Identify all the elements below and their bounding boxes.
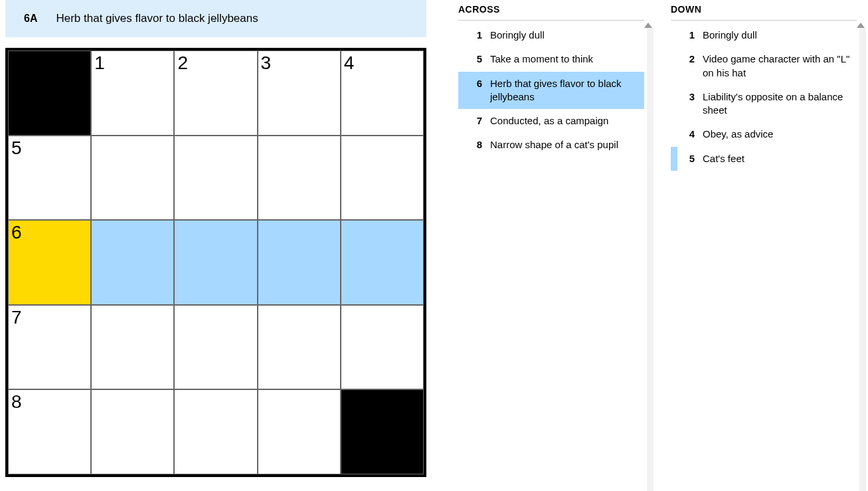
clue-text: Cat's feet (703, 152, 853, 165)
clue-text: Liability's opposite on a balance sheet (703, 90, 853, 118)
clue-number: 6 (465, 77, 482, 104)
clue-number: 1 (677, 29, 695, 42)
clue-number: 5 (677, 152, 695, 165)
clue-number: 8 (465, 138, 482, 151)
cell-number: 1 (94, 52, 105, 74)
scrollbar-track[interactable] (859, 28, 866, 491)
clue-item[interactable]: 1Boringly dull (458, 23, 644, 47)
clue-text: Boringly dull (703, 29, 853, 42)
grid-cell[interactable] (341, 305, 424, 390)
across-column: ACROSS 1Boringly dull5Take a moment to t… (458, 4, 644, 477)
grid-cell[interactable]: 1 (91, 50, 174, 136)
clue-item[interactable]: 7Conducted, as a campaign (458, 109, 644, 133)
clue-text: Narrow shape of a cat's pupil (490, 138, 640, 151)
clue-text: Obey, as advice (703, 128, 853, 141)
scrollbar-track[interactable] (647, 28, 653, 491)
crossword-grid[interactable]: 12345678 (5, 48, 426, 477)
clue-number: 1 (465, 29, 482, 42)
clue-text: Video game character with an "L" on his … (703, 52, 853, 80)
grid-cell[interactable] (91, 389, 174, 474)
grid-cell[interactable] (341, 220, 424, 305)
clue-number: 4 (677, 128, 695, 141)
grid-cell[interactable]: 2 (174, 50, 257, 136)
current-clue-bar: 6A Herb that gives flavor to black jelly… (5, 0, 426, 37)
clue-item[interactable]: 5Take a moment to think (458, 47, 644, 71)
across-clue-list: 1Boringly dull5Take a moment to think6He… (458, 23, 644, 157)
across-header: ACROSS (458, 4, 644, 21)
grid-cell[interactable] (258, 305, 341, 390)
grid-cell[interactable]: 5 (8, 136, 91, 221)
grid-cell[interactable]: 6 (8, 220, 91, 305)
cell-number: 4 (344, 52, 355, 74)
scroll-up-icon[interactable] (857, 23, 865, 28)
cell-number: 5 (11, 138, 22, 159)
grid-cell[interactable] (91, 220, 174, 305)
clue-number: 3 (677, 90, 695, 118)
down-header: DOWN (671, 4, 857, 21)
grid-cell[interactable] (91, 136, 174, 221)
clue-item[interactable]: 4Obey, as advice (671, 122, 857, 146)
current-clue-label: 6A (24, 13, 37, 25)
scroll-up-icon[interactable] (644, 23, 652, 28)
grid-cell[interactable] (174, 305, 257, 390)
grid-cell[interactable] (91, 305, 174, 390)
cell-number: 2 (177, 52, 188, 74)
clue-item[interactable]: 8Narrow shape of a cat's pupil (458, 133, 644, 157)
clue-number: 5 (465, 52, 482, 66)
grid-cell[interactable]: 4 (341, 50, 424, 136)
grid-cell[interactable] (174, 220, 257, 305)
clue-text: Herb that gives flavor to black jellybea… (490, 77, 640, 104)
clue-item[interactable]: 5Cat's feet (671, 147, 857, 171)
grid-cell[interactable]: 8 (8, 389, 91, 474)
clue-text: Boringly dull (490, 29, 640, 42)
clue-item[interactable]: 1Boringly dull (671, 23, 857, 47)
current-clue-text: Herb that gives flavor to black jellybea… (56, 12, 258, 25)
grid-cell[interactable]: 3 (258, 50, 341, 136)
grid-cell (341, 389, 424, 474)
down-clue-list: 1Boringly dull2Video game character with… (671, 23, 857, 171)
grid-cell (8, 50, 91, 136)
grid-cell[interactable] (258, 136, 341, 221)
clue-text: Conducted, as a campaign (490, 114, 640, 128)
grid-cell[interactable]: 7 (8, 305, 91, 390)
clue-item[interactable]: 2Video game character with an "L" on his… (671, 47, 857, 85)
grid-cell[interactable] (174, 136, 257, 221)
grid-cell[interactable] (341, 136, 424, 221)
grid-cell[interactable] (174, 389, 257, 474)
clue-item[interactable]: 3Liability's opposite on a balance sheet (671, 85, 857, 123)
grid-cell[interactable] (258, 389, 341, 474)
clue-number: 2 (677, 52, 695, 80)
clue-number: 7 (465, 114, 482, 128)
cell-number: 3 (261, 52, 272, 74)
cell-number: 6 (11, 222, 22, 243)
clue-text: Take a moment to think (490, 52, 640, 66)
down-column: DOWN 1Boringly dull2Video game character… (671, 4, 857, 477)
cell-number: 7 (11, 307, 22, 328)
cell-number: 8 (11, 391, 22, 413)
clue-item[interactable]: 6Herb that gives flavor to black jellybe… (458, 72, 644, 110)
grid-cell[interactable] (258, 220, 341, 305)
